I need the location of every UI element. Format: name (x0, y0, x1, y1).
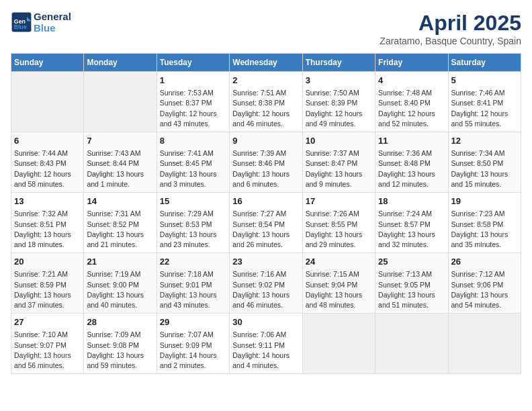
day-number: 26 (451, 256, 518, 268)
calendar-day-cell: 22Sunrise: 7:18 AM Sunset: 9:01 PM Dayli… (157, 253, 229, 314)
weekday-header-cell: Sunday (11, 54, 84, 72)
calendar-day-cell: 1Sunrise: 7:53 AM Sunset: 8:37 PM Daylig… (157, 72, 229, 132)
calendar-day-cell (302, 314, 375, 374)
day-info: Sunrise: 7:15 AM Sunset: 9:04 PM Dayligh… (306, 269, 372, 310)
day-info: Sunrise: 7:09 AM Sunset: 9:08 PM Dayligh… (87, 330, 153, 371)
day-number: 27 (14, 316, 81, 328)
page-header: Gen Blue General Blue April 2025 Zaratam… (11, 11, 521, 46)
calendar-week-row: 27Sunrise: 7:10 AM Sunset: 9:07 PM Dayli… (11, 314, 521, 374)
day-number: 12 (451, 135, 518, 147)
day-info: Sunrise: 7:43 AM Sunset: 8:44 PM Dayligh… (87, 148, 153, 189)
calendar-day-cell: 2Sunrise: 7:51 AM Sunset: 8:38 PM Daylig… (230, 72, 302, 132)
calendar-day-cell: 5Sunrise: 7:46 AM Sunset: 8:41 PM Daylig… (448, 72, 521, 132)
day-info: Sunrise: 7:12 AM Sunset: 9:06 PM Dayligh… (451, 269, 518, 310)
day-info: Sunrise: 7:46 AM Sunset: 8:41 PM Dayligh… (451, 88, 518, 129)
calendar-day-cell: 25Sunrise: 7:13 AM Sunset: 9:05 PM Dayli… (375, 253, 448, 314)
calendar-day-cell: 12Sunrise: 7:34 AM Sunset: 8:50 PM Dayli… (448, 132, 521, 193)
day-info: Sunrise: 7:39 AM Sunset: 8:46 PM Dayligh… (232, 148, 299, 189)
day-info: Sunrise: 7:53 AM Sunset: 8:37 PM Dayligh… (160, 88, 226, 129)
location-title: Zaratamo, Basque Country, Spain (380, 36, 521, 46)
day-number: 29 (160, 316, 226, 328)
day-number: 13 (14, 195, 81, 208)
calendar-week-row: 1Sunrise: 7:53 AM Sunset: 8:37 PM Daylig… (11, 72, 521, 132)
day-info: Sunrise: 7:07 AM Sunset: 9:09 PM Dayligh… (160, 330, 226, 371)
day-info: Sunrise: 7:32 AM Sunset: 8:51 PM Dayligh… (14, 209, 81, 250)
calendar-week-row: 13Sunrise: 7:32 AM Sunset: 8:51 PM Dayli… (11, 193, 521, 253)
day-info: Sunrise: 7:50 AM Sunset: 8:39 PM Dayligh… (306, 88, 372, 129)
day-number: 25 (378, 256, 445, 268)
calendar-day-cell: 23Sunrise: 7:16 AM Sunset: 9:02 PM Dayli… (230, 253, 302, 314)
weekday-header-cell: Tuesday (157, 54, 229, 72)
day-number: 18 (378, 195, 445, 208)
calendar-day-cell: 4Sunrise: 7:48 AM Sunset: 8:40 PM Daylig… (375, 72, 448, 132)
logo-text-line2: Blue (34, 22, 71, 34)
calendar-day-cell: 13Sunrise: 7:32 AM Sunset: 8:51 PM Dayli… (11, 193, 84, 253)
day-info: Sunrise: 7:23 AM Sunset: 8:58 PM Dayligh… (451, 209, 518, 250)
day-number: 21 (87, 256, 153, 268)
weekday-header-cell: Monday (84, 54, 157, 72)
day-number: 2 (232, 75, 299, 87)
weekday-header-cell: Friday (375, 54, 448, 72)
calendar-day-cell: 8Sunrise: 7:41 AM Sunset: 8:45 PM Daylig… (157, 132, 229, 193)
calendar-day-cell: 19Sunrise: 7:23 AM Sunset: 8:58 PM Dayli… (448, 193, 521, 253)
calendar-day-cell (84, 72, 157, 132)
calendar-day-cell: 29Sunrise: 7:07 AM Sunset: 9:09 PM Dayli… (157, 314, 229, 374)
day-number: 24 (306, 256, 372, 268)
svg-text:Blue: Blue (14, 24, 27, 30)
day-number: 30 (232, 316, 299, 328)
calendar-day-cell: 26Sunrise: 7:12 AM Sunset: 9:06 PM Dayli… (448, 253, 521, 314)
day-number: 8 (160, 135, 226, 147)
day-info: Sunrise: 7:37 AM Sunset: 8:47 PM Dayligh… (306, 148, 372, 189)
calendar-week-row: 20Sunrise: 7:21 AM Sunset: 8:59 PM Dayli… (11, 253, 521, 314)
calendar-day-cell: 27Sunrise: 7:10 AM Sunset: 9:07 PM Dayli… (11, 314, 84, 374)
calendar-day-cell: 18Sunrise: 7:24 AM Sunset: 8:57 PM Dayli… (375, 193, 448, 253)
day-number: 23 (232, 256, 299, 268)
day-number: 16 (232, 195, 299, 208)
day-info: Sunrise: 7:26 AM Sunset: 8:55 PM Dayligh… (306, 209, 372, 250)
calendar-body: 1Sunrise: 7:53 AM Sunset: 8:37 PM Daylig… (11, 72, 521, 374)
weekday-header-cell: Thursday (302, 54, 375, 72)
day-info: Sunrise: 7:16 AM Sunset: 9:02 PM Dayligh… (232, 269, 299, 310)
day-number: 15 (160, 195, 226, 208)
calendar-day-cell: 10Sunrise: 7:37 AM Sunset: 8:47 PM Dayli… (302, 132, 375, 193)
day-info: Sunrise: 7:51 AM Sunset: 8:38 PM Dayligh… (232, 88, 299, 129)
day-info: Sunrise: 7:34 AM Sunset: 8:50 PM Dayligh… (451, 148, 518, 189)
day-info: Sunrise: 7:31 AM Sunset: 8:52 PM Dayligh… (87, 209, 153, 250)
calendar-day-cell: 28Sunrise: 7:09 AM Sunset: 9:08 PM Dayli… (84, 314, 157, 374)
logo-text-line1: General (34, 11, 71, 22)
day-number: 19 (451, 195, 518, 208)
day-number: 7 (87, 135, 153, 147)
title-area: April 2025 Zaratamo, Basque Country, Spa… (380, 11, 521, 46)
day-info: Sunrise: 7:19 AM Sunset: 9:00 PM Dayligh… (87, 269, 153, 310)
day-info: Sunrise: 7:44 AM Sunset: 8:43 PM Dayligh… (14, 148, 81, 189)
day-number: 4 (378, 75, 445, 87)
calendar-day-cell: 15Sunrise: 7:29 AM Sunset: 8:53 PM Dayli… (157, 193, 229, 253)
day-number: 5 (451, 75, 518, 87)
day-info: Sunrise: 7:29 AM Sunset: 8:53 PM Dayligh… (160, 209, 226, 250)
day-number: 10 (306, 135, 372, 147)
day-number: 3 (306, 75, 372, 87)
day-info: Sunrise: 7:10 AM Sunset: 9:07 PM Dayligh… (14, 330, 81, 371)
calendar-day-cell: 20Sunrise: 7:21 AM Sunset: 8:59 PM Dayli… (11, 253, 84, 314)
logo-icon: Gen Blue (11, 11, 32, 33)
calendar-day-cell: 14Sunrise: 7:31 AM Sunset: 8:52 PM Dayli… (84, 193, 157, 253)
calendar-day-cell: 3Sunrise: 7:50 AM Sunset: 8:39 PM Daylig… (302, 72, 375, 132)
calendar-table: SundayMondayTuesdayWednesdayThursdayFrid… (11, 53, 521, 374)
calendar-day-cell: 17Sunrise: 7:26 AM Sunset: 8:55 PM Dayli… (302, 193, 375, 253)
day-number: 11 (378, 135, 445, 147)
day-number: 1 (160, 75, 226, 87)
calendar-day-cell: 21Sunrise: 7:19 AM Sunset: 9:00 PM Dayli… (84, 253, 157, 314)
day-number: 22 (160, 256, 226, 268)
day-number: 9 (232, 135, 299, 147)
calendar-day-cell (375, 314, 448, 374)
month-title: April 2025 (380, 11, 521, 36)
day-info: Sunrise: 7:21 AM Sunset: 8:59 PM Dayligh… (14, 269, 81, 310)
weekday-header-cell: Wednesday (230, 54, 302, 72)
weekday-header-row: SundayMondayTuesdayWednesdayThursdayFrid… (11, 54, 521, 72)
calendar-week-row: 6Sunrise: 7:44 AM Sunset: 8:43 PM Daylig… (11, 132, 521, 193)
logo: Gen Blue General Blue (11, 11, 71, 34)
calendar-day-cell: 16Sunrise: 7:27 AM Sunset: 8:54 PM Dayli… (230, 193, 302, 253)
day-number: 20 (14, 256, 81, 268)
day-number: 14 (87, 195, 153, 208)
calendar-day-cell (448, 314, 521, 374)
